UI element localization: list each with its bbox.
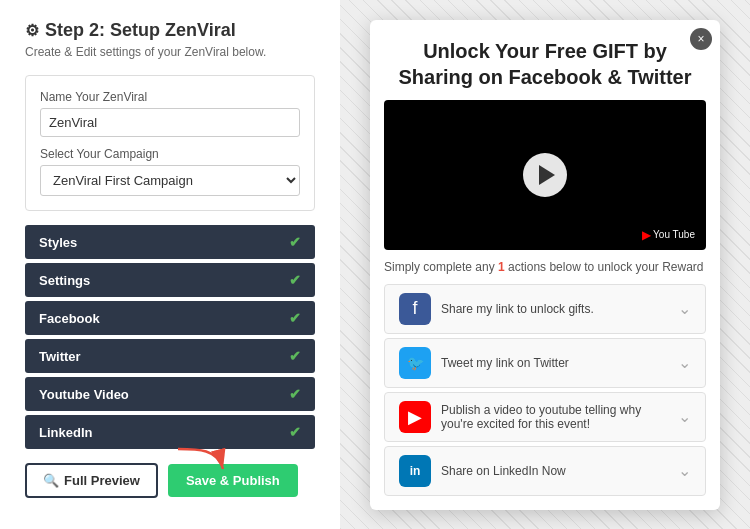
twitter-check-icon: ✔ <box>289 348 301 364</box>
left-panel: ⚙ Step 2: Setup ZenViral Create & Edit s… <box>0 0 340 529</box>
accordion-youtube-label: Youtube Video <box>39 387 129 402</box>
accordion-twitter[interactable]: Twitter ✔ <box>25 339 315 373</box>
youtube-check-icon: ✔ <box>289 386 301 402</box>
campaign-label: Select Your Campaign <box>40 147 300 161</box>
action-linkedin[interactable]: in Share on LinkedIn Now ⌄ <box>384 446 706 496</box>
accordion-youtube[interactable]: Youtube Video ✔ <box>25 377 315 411</box>
accordion-styles-label: Styles <box>39 235 77 250</box>
twitter-chevron-icon: ⌄ <box>678 353 691 372</box>
modal-close-button[interactable]: × <box>690 28 712 50</box>
facebook-check-icon: ✔ <box>289 310 301 326</box>
actions-count: 1 <box>498 260 505 274</box>
linkedin-icon: in <box>399 455 431 487</box>
facebook-chevron-icon: ⌄ <box>678 299 691 318</box>
action-twitter[interactable]: 🐦 Tweet my link on Twitter ⌄ <box>384 338 706 388</box>
accordion-twitter-label: Twitter <box>39 349 81 364</box>
right-panel: × Unlock Your Free GIFT by Sharing on Fa… <box>340 0 750 529</box>
twitter-icon: 🐦 <box>399 347 431 379</box>
twitter-action-text: Tweet my link on Twitter <box>441 356 668 370</box>
page-subtitle: Create & Edit settings of your ZenViral … <box>25 45 315 59</box>
youtube-badge: ▶ You Tube <box>637 226 700 244</box>
accordion-settings-label: Settings <box>39 273 90 288</box>
bottom-buttons: 🔍 Full Preview Save & Publish <box>25 463 315 498</box>
name-label: Name Your ZenViral <box>40 90 300 104</box>
full-preview-button[interactable]: 🔍 Full Preview <box>25 463 158 498</box>
video-container[interactable]: ▶ You Tube <box>384 100 706 250</box>
youtube-icon: ▶ <box>399 401 431 433</box>
accordion-list: Styles ✔ Settings ✔ Facebook ✔ Twitter ✔… <box>25 225 315 449</box>
modal-title: Unlock Your Free GIFT by Sharing on Face… <box>370 20 720 100</box>
action-facebook[interactable]: f Share my link to unlock gifts. ⌄ <box>384 284 706 334</box>
linkedin-check-icon: ✔ <box>289 424 301 440</box>
accordion-linkedin[interactable]: LinkedIn ✔ <box>25 415 315 449</box>
save-publish-button[interactable]: Save & Publish <box>168 464 298 497</box>
action-youtube[interactable]: ▶ Publish a video to youtube telling why… <box>384 392 706 442</box>
facebook-action-text: Share my link to unlock gifts. <box>441 302 668 316</box>
linkedin-chevron-icon: ⌄ <box>678 461 691 480</box>
youtube-chevron-icon: ⌄ <box>678 407 691 426</box>
styles-check-icon: ✔ <box>289 234 301 250</box>
facebook-icon: f <box>399 293 431 325</box>
gear-icon: ⚙ <box>25 21 39 40</box>
accordion-facebook[interactable]: Facebook ✔ <box>25 301 315 335</box>
page-title: ⚙ Step 2: Setup ZenViral <box>25 20 315 41</box>
accordion-styles[interactable]: Styles ✔ <box>25 225 315 259</box>
youtube-action-text: Publish a video to youtube telling why y… <box>441 403 668 431</box>
settings-check-icon: ✔ <box>289 272 301 288</box>
name-input[interactable] <box>40 108 300 137</box>
modal: × Unlock Your Free GIFT by Sharing on Fa… <box>370 20 720 510</box>
form-section: Name Your ZenViral Select Your Campaign … <box>25 75 315 211</box>
youtube-play-icon: ▶ <box>642 228 651 242</box>
campaign-select[interactable]: ZenViral First Campaign <box>40 165 300 196</box>
accordion-settings[interactable]: Settings ✔ <box>25 263 315 297</box>
play-button[interactable] <box>523 153 567 197</box>
accordion-facebook-label: Facebook <box>39 311 100 326</box>
modal-description: Simply complete any 1 actions below to u… <box>370 250 720 280</box>
linkedin-action-text: Share on LinkedIn Now <box>441 464 668 478</box>
search-icon: 🔍 <box>43 473 59 488</box>
accordion-linkedin-label: LinkedIn <box>39 425 92 440</box>
